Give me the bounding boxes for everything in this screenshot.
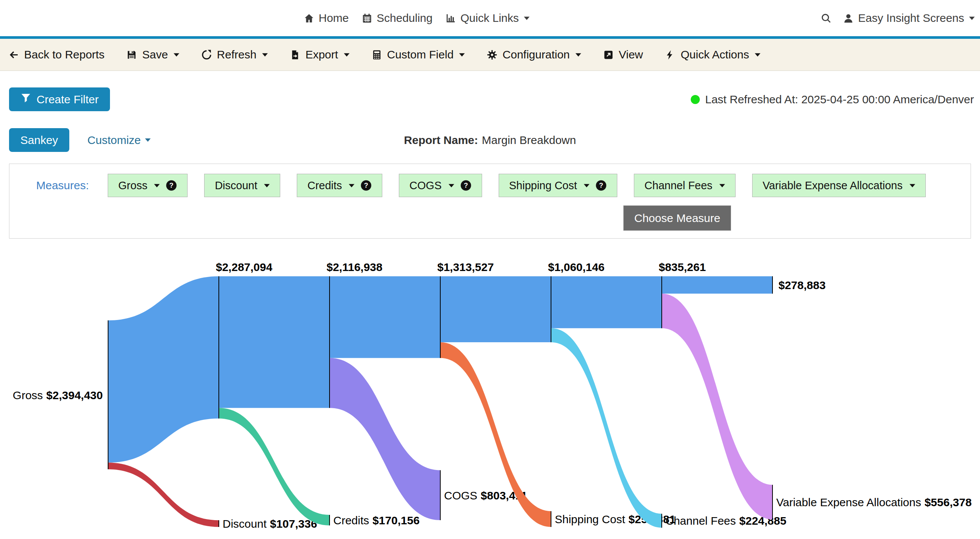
node-value-label: $1,313,527 [437,261,494,273]
caret-down-icon [262,53,268,57]
flow-variable-expense-allocations [662,293,773,520]
measure-button-variable-expense-allocations[interactable]: Variable Expense Allocations [752,174,926,197]
user-name: Easy Insight Screens [858,12,964,24]
gear-icon [487,49,498,60]
svg-text:?: ? [364,182,368,189]
flow-cogs [329,358,440,520]
bar-chart-icon [445,13,456,24]
caret-down-icon [719,184,725,187]
choose-measure-button[interactable]: Choose Measure [623,206,731,231]
svg-text:?: ? [599,182,603,189]
report-name-label: Report Name: [404,134,478,146]
flow-main-4 [551,276,662,328]
calculator-icon [371,49,382,60]
nav-right: Easy Insight Screens [821,0,975,36]
report-row: Sankey Customize Report Name:Margin Brea… [0,128,980,152]
search-icon [821,13,832,24]
report-name-value: Margin Breakdown [482,134,576,146]
toolbar-item-back-to-reports[interactable]: Back to Reports [8,48,104,61]
source-label: Gross$2,394,430 [13,389,103,402]
caret-down-icon [264,184,270,187]
toolbar-item-view[interactable]: View [603,48,643,61]
help-icon[interactable]: ? [595,180,607,191]
measure-label: Credits [307,179,342,192]
flow-discount [108,462,219,527]
chart-type-button[interactable]: Sankey [9,128,69,152]
final-value-label: $278,883 [778,279,826,291]
refresh-icon [201,49,212,60]
toolbar-item-quick-actions[interactable]: Quick Actions [665,48,760,61]
user-menu[interactable]: Easy Insight Screens [843,12,975,24]
flow-main-0 [108,276,219,462]
measures-label: Measures: [36,179,89,192]
measure-label: Variable Expense Allocations [763,179,903,192]
help-icon[interactable]: ? [360,180,372,191]
funnel-icon [20,93,31,104]
flow-main-1 [219,276,329,408]
toolbar-item-custom-field[interactable]: Custom Field [371,48,465,61]
flow-main-5 [662,276,773,293]
toolbar-item-export[interactable]: Export [290,48,350,61]
caret-down-icon [349,184,355,187]
caret-down-icon [584,184,589,187]
caret-down-icon [154,184,160,187]
caret-down-icon [449,184,454,187]
measure-button-shipping-cost[interactable]: Shipping Cost? [499,174,618,197]
filter-row: Create Filter Last Refreshed At: 2025-04… [0,88,980,111]
view-icon [603,49,614,60]
help-icon[interactable]: ? [166,180,177,191]
toolbar-item-save[interactable]: Save [126,48,179,61]
toolbar-item-label: Export [305,48,338,61]
report-name: Report Name:Margin Breakdown [404,134,576,147]
toolbar-item-label: Refresh [217,48,256,61]
customize-menu[interactable]: Customize [88,134,151,147]
nav-item-quick-links[interactable]: Quick Links [445,12,529,24]
measures-panel: Measures: Gross?DiscountCredits?COGS?Shi… [9,164,971,239]
toolbar-item-label: View [619,48,643,61]
measure-label: Shipping Cost [509,179,578,192]
measures-row: Measures: Gross?DiscountCredits?COGS?Shi… [10,174,970,197]
node-value-label: $2,116,938 [326,261,383,273]
calendar-icon [361,13,372,24]
measure-label: Channel Fees [644,179,713,192]
measure-label: Discount [215,179,257,192]
funnel-icon [20,93,31,106]
caret-down-icon [459,53,465,57]
deduction-label-discount: Discount$107,336 [223,518,317,530]
caret-down-icon [910,184,915,187]
node-value-label: $835,261 [659,261,706,273]
measure-button-channel-fees[interactable]: Channel Fees [634,174,735,197]
deduction-label-variable-expense-allocations: Variable Expense Allocations$556,378 [776,496,972,509]
node-value-label: $1,060,146 [548,261,605,273]
svg-text:?: ? [464,182,468,189]
toolbar-item-configuration[interactable]: Configuration [487,48,581,61]
caret-down-icon [173,53,179,57]
save-icon [126,49,137,60]
person-icon [843,13,854,24]
toolbar-item-refresh[interactable]: Refresh [201,48,268,61]
measure-button-cogs[interactable]: COGS? [399,174,482,197]
sankey-chart: Discount$107,336Credits$170,156COGS$803,… [0,239,980,539]
flow-main-3 [440,276,551,342]
toolbar-item-label: Save [142,48,168,61]
measure-button-gross[interactable]: Gross? [108,174,188,197]
measure-button-credits[interactable]: Credits? [297,174,382,197]
bolt-icon [665,49,676,60]
caret-down-icon [969,17,975,20]
toolbar-item-label: Configuration [503,48,570,61]
toolbar-item-label: Custom Field [387,48,454,61]
caret-down-icon [524,17,530,20]
nav-item-scheduling[interactable]: Scheduling [361,12,433,24]
flow-channel-fees [551,328,662,528]
caret-down-icon [344,53,350,57]
caret-down-icon [145,138,151,142]
help-icon[interactable]: ? [460,180,471,191]
create-filter-button[interactable]: Create Filter [9,88,110,111]
measure-button-discount[interactable]: Discount [204,174,280,197]
nav-item-home[interactable]: Home [304,12,349,24]
export-icon [290,49,301,60]
status-dot-icon [691,95,700,104]
nav-item-label: Home [319,12,349,24]
deduction-label-credits: Credits$170,156 [333,514,420,526]
search-button[interactable] [821,13,832,24]
